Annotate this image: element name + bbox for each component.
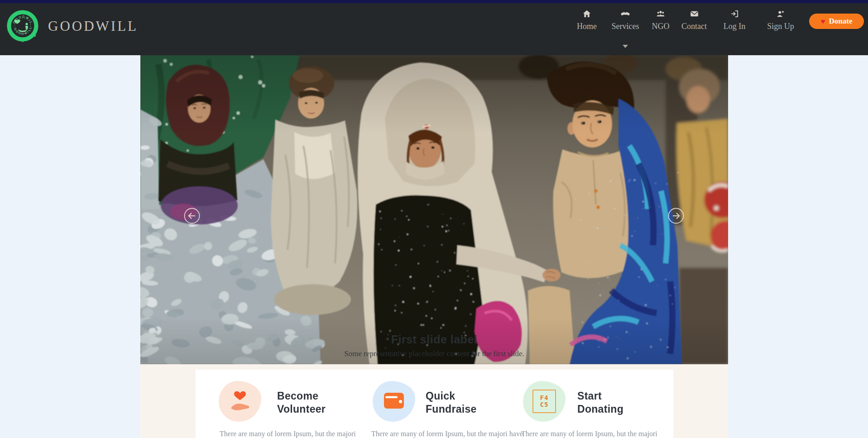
logo-arc-text-bottom: GOODWILL bbox=[14, 26, 32, 35]
hero-photo bbox=[140, 55, 728, 364]
person-plus-icon bbox=[775, 9, 786, 19]
feature-title: Quick Fundraise bbox=[426, 390, 477, 416]
feature-text: There are many of lorem Ipsum, but the m… bbox=[220, 430, 360, 438]
donate-label: Donate bbox=[829, 17, 853, 26]
nav-item-signup[interactable]: Sign Up bbox=[760, 9, 801, 31]
feature-title-line1: Quick bbox=[426, 390, 477, 403]
glyph-hex-line1: F4 bbox=[540, 395, 549, 401]
feature-title-line2: Donating bbox=[577, 403, 623, 416]
feature-icon-blob bbox=[219, 381, 261, 422]
features-card: Become Volunteer There are many of lorem… bbox=[196, 370, 673, 438]
glyph-hex-line2: C5 bbox=[540, 401, 549, 408]
nav-item-label: Sign Up bbox=[767, 22, 794, 31]
nav-item-home[interactable]: Home bbox=[566, 9, 607, 31]
handshake-icon bbox=[620, 9, 631, 19]
feature-title: Become Volunteer bbox=[277, 390, 326, 416]
feature-text: There are many of lorem Ipsum, but the m… bbox=[371, 430, 512, 438]
heart-icon: ♥ bbox=[820, 18, 825, 25]
brand-name: GOODWILL bbox=[48, 18, 138, 34]
chevron-down-icon bbox=[623, 45, 628, 48]
feature-text: There are many of lorem Ipsum, but the m… bbox=[521, 430, 662, 438]
nav-item-label: NGO bbox=[652, 22, 670, 31]
envelope-icon bbox=[689, 9, 700, 19]
arrow-left-circle-icon bbox=[183, 219, 201, 226]
feature-title-line1: Become bbox=[277, 390, 326, 403]
wallet-icon bbox=[382, 389, 406, 414]
nav-item-contact[interactable]: Contact bbox=[674, 9, 715, 31]
hero-carousel: First slide label Some representative pl… bbox=[140, 55, 728, 364]
hand-heart-icon bbox=[228, 389, 252, 414]
brand[interactable]: GOODWILL GOODWILL GOODWILL bbox=[5, 7, 138, 45]
feature-title: Start Donating bbox=[577, 390, 623, 416]
arrow-right-circle-icon bbox=[667, 219, 685, 226]
navbar: GOODWILL GOODWILL GOODWILL Home bbox=[0, 3, 868, 55]
carousel-next-button[interactable] bbox=[667, 207, 685, 225]
svg-text:GOODWILL: GOODWILL bbox=[14, 26, 32, 35]
feature-icon-blob: F4 C5 bbox=[523, 381, 566, 422]
feature-title-line1: Start bbox=[577, 390, 623, 403]
carousel-prev-button[interactable] bbox=[183, 207, 201, 225]
donate-button[interactable]: ♥ Donate bbox=[809, 14, 864, 29]
nav-item-services[interactable]: Services bbox=[605, 9, 646, 31]
feature-title-line2: Fundraise bbox=[426, 403, 477, 416]
nav-item-label: Home bbox=[577, 22, 597, 31]
missing-glyph-icon: F4 C5 bbox=[532, 390, 556, 413]
people-icon bbox=[655, 9, 666, 19]
feature-title-line2: Volunteer bbox=[277, 403, 326, 416]
home-icon bbox=[582, 9, 592, 19]
sign-in-icon bbox=[729, 9, 740, 19]
page: GOODWILL GOODWILL GOODWILL Home bbox=[0, 0, 868, 438]
nav-item-label: Log In bbox=[724, 22, 746, 31]
brand-logo-icon: GOODWILL GOODWILL bbox=[5, 7, 41, 45]
nav-item-label: Services bbox=[612, 22, 639, 31]
nav-item-login[interactable]: Log In bbox=[714, 9, 755, 31]
top-strip bbox=[0, 0, 868, 3]
nav-item-label: Contact bbox=[681, 22, 707, 31]
feature-icon-blob bbox=[373, 381, 415, 422]
